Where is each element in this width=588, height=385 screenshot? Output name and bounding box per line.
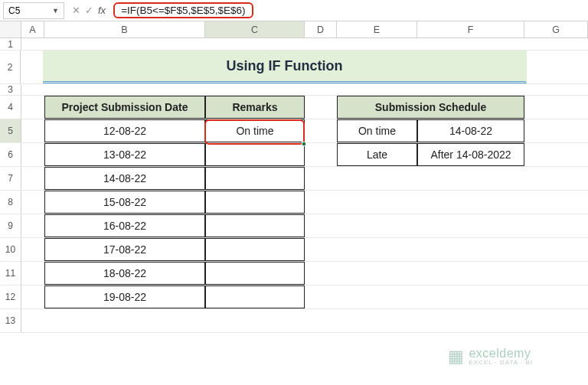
cell[interactable] — [337, 285, 417, 308]
row-header[interactable]: 10 — [0, 238, 21, 261]
cell[interactable] — [524, 84, 588, 95]
cell[interactable] — [21, 143, 44, 166]
select-all-corner[interactable] — [0, 21, 21, 38]
cell[interactable] — [305, 262, 337, 285]
left-header-remarks[interactable]: Remarks — [205, 96, 305, 119]
cell[interactable] — [524, 167, 588, 190]
page-title[interactable]: Using IF Function — [43, 51, 527, 83]
cell-rule[interactable]: After 14-08-2022 — [417, 143, 524, 166]
cell[interactable] — [417, 262, 524, 285]
cell-date[interactable]: 15-08-22 — [44, 191, 205, 214]
col-header-f[interactable]: F — [417, 21, 524, 38]
cell[interactable] — [205, 84, 305, 95]
row-header[interactable]: 7 — [0, 167, 21, 190]
cell[interactable] — [524, 285, 588, 308]
cell[interactable] — [44, 84, 205, 95]
cell[interactable] — [305, 167, 337, 190]
cell[interactable] — [21, 96, 44, 119]
cell[interactable] — [305, 309, 337, 332]
formula-input[interactable]: =IF(B5<=$F$5,$E$5,$E$6) — [113, 2, 585, 19]
row-header[interactable]: 4 — [0, 96, 21, 119]
cell-remark[interactable] — [205, 262, 305, 285]
cell[interactable] — [21, 309, 44, 332]
fill-handle[interactable] — [302, 142, 306, 146]
cell[interactable] — [337, 238, 417, 261]
cell-remark[interactable] — [205, 214, 305, 237]
cell[interactable] — [205, 38, 305, 50]
row-header[interactable]: 8 — [0, 191, 21, 214]
fx-icon[interactable]: fx — [98, 5, 106, 16]
cell[interactable] — [21, 285, 44, 308]
cell-remark-selected[interactable]: On time — [205, 119, 305, 142]
cell[interactable] — [417, 167, 524, 190]
row-header[interactable]: 6 — [0, 143, 21, 166]
col-header-b[interactable]: B — [44, 21, 205, 38]
cell[interactable] — [417, 38, 524, 50]
col-header-d[interactable]: D — [305, 21, 337, 38]
cell-rule[interactable]: 14-08-22 — [417, 119, 524, 142]
cell-remark[interactable] — [205, 143, 305, 166]
row-header[interactable]: 5 — [0, 119, 21, 142]
cell[interactable] — [524, 96, 588, 119]
cell[interactable] — [337, 309, 417, 332]
cell[interactable] — [305, 38, 337, 50]
left-header-date[interactable]: Project Submission Date — [44, 96, 205, 119]
cell[interactable] — [44, 309, 205, 332]
name-box[interactable]: C5 ▼ — [3, 2, 64, 19]
cell-status[interactable]: On time — [337, 119, 417, 142]
cell[interactable] — [21, 238, 44, 261]
col-header-g[interactable]: G — [524, 21, 588, 38]
cell[interactable] — [21, 51, 43, 83]
cell[interactable] — [305, 214, 337, 237]
cell[interactable] — [205, 309, 305, 332]
cell[interactable] — [417, 191, 524, 214]
cell[interactable] — [305, 285, 337, 308]
row-header[interactable]: 3 — [0, 84, 21, 95]
cell[interactable] — [417, 84, 524, 95]
cell-date[interactable]: 13-08-22 — [44, 143, 205, 166]
cell[interactable] — [21, 167, 44, 190]
cell-date[interactable]: 17-08-22 — [44, 238, 205, 261]
cell[interactable] — [417, 285, 524, 308]
cell[interactable] — [337, 38, 417, 50]
cell[interactable] — [305, 119, 337, 142]
cell-date[interactable]: 14-08-22 — [44, 167, 205, 190]
check-icon[interactable]: ✓ — [85, 5, 93, 16]
cell-date[interactable]: 12-08-22 — [44, 119, 205, 142]
cell-status[interactable]: Late — [337, 143, 417, 166]
row-header[interactable]: 12 — [0, 285, 21, 308]
cell[interactable] — [524, 143, 588, 166]
col-header-a[interactable]: A — [21, 21, 44, 38]
cell[interactable] — [337, 214, 417, 237]
cell[interactable] — [417, 238, 524, 261]
cell[interactable] — [337, 262, 417, 285]
cell[interactable] — [21, 119, 44, 142]
cell[interactable] — [305, 84, 337, 95]
cell-date[interactable]: 18-08-22 — [44, 262, 205, 285]
cell[interactable] — [417, 309, 524, 332]
cell[interactable] — [305, 191, 337, 214]
row-header[interactable]: 11 — [0, 262, 21, 285]
cell[interactable] — [524, 309, 588, 332]
cell-remark[interactable] — [205, 191, 305, 214]
cell[interactable] — [21, 38, 44, 50]
cell[interactable] — [524, 238, 588, 261]
cell[interactable] — [21, 191, 44, 214]
cell[interactable] — [524, 262, 588, 285]
cell[interactable] — [524, 38, 588, 50]
row-header[interactable]: 13 — [0, 309, 21, 332]
cell[interactable] — [21, 262, 44, 285]
row-header[interactable]: 1 — [0, 38, 21, 50]
cell[interactable] — [337, 167, 417, 190]
cell[interactable] — [337, 84, 417, 95]
col-header-e[interactable]: E — [337, 21, 417, 38]
cell[interactable] — [305, 96, 337, 119]
cell-remark[interactable] — [205, 238, 305, 261]
cell[interactable] — [337, 191, 417, 214]
cell[interactable] — [305, 238, 337, 261]
right-header[interactable]: Submission Schedule — [337, 96, 524, 119]
cell[interactable] — [21, 214, 44, 237]
cell[interactable] — [524, 119, 588, 142]
cell[interactable] — [305, 143, 337, 166]
cell-date[interactable]: 19-08-22 — [44, 285, 205, 308]
